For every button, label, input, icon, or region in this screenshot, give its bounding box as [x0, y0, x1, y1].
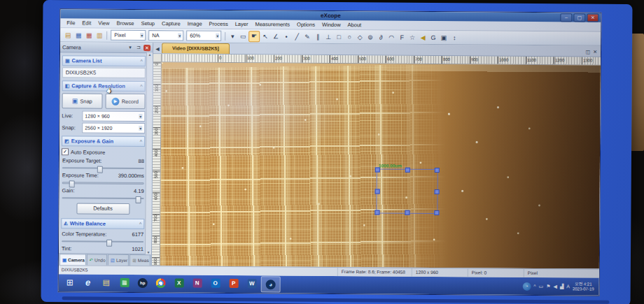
chrome-icon[interactable]: ●: [152, 275, 170, 290]
collapse-icon[interactable]: ^: [141, 59, 143, 64]
scroll-up-icon[interactable]: ▲: [148, 52, 151, 57]
select-rect-icon[interactable]: ▭: [238, 31, 248, 41]
rectangle-icon[interactable]: □: [334, 31, 344, 41]
tray-clock[interactable]: 오전 4:21 2023-07-19: [573, 282, 594, 291]
measurement-rectangle[interactable]: 1000.00um: [376, 168, 438, 214]
word-icon[interactable]: W: [243, 276, 261, 291]
camera-list-item[interactable]: DIXIUSB2K5: [62, 67, 146, 78]
menu-item[interactable]: Window: [318, 22, 344, 28]
handle[interactable]: [405, 168, 410, 173]
handle[interactable]: [375, 167, 380, 172]
maximize-button[interactable]: ▢: [573, 13, 585, 22]
menu-item[interactable]: Process: [206, 21, 232, 27]
text-icon[interactable]: F: [397, 32, 407, 42]
network-icon[interactable]: ▟: [560, 282, 564, 291]
collapse-icon[interactable]: ^: [140, 139, 142, 144]
start-icon[interactable]: ⊞: [61, 275, 79, 289]
pan-hand-icon[interactable]: ☛: [248, 31, 260, 42]
panel-menu-icon[interactable]: ▾: [127, 45, 134, 50]
unit-select[interactable]: Pixel▾: [111, 30, 146, 41]
video-tab[interactable]: Video [DIXIUSB2K5]: [162, 43, 230, 54]
flag-icon[interactable]: ⚑: [546, 282, 550, 291]
scroll-down-icon[interactable]: ▼: [146, 250, 150, 254]
hp-icon[interactable]: hp: [134, 275, 152, 290]
calibrate-icon[interactable]: ▣: [439, 33, 449, 43]
panel-close-icon[interactable]: ✕: [144, 45, 150, 51]
live-resolution-select[interactable]: 1280 × 960▾: [82, 110, 145, 122]
defaults-button[interactable]: Defaults: [76, 203, 130, 215]
section-capture-resolution[interactable]: ◧ Capture & Resolution ^: [62, 80, 146, 92]
exposure-target-slider[interactable]: [62, 167, 144, 169]
menu-item[interactable]: Capture: [158, 20, 184, 27]
curve-icon[interactable]: ∂: [376, 32, 386, 42]
arc-icon[interactable]: ◠: [386, 32, 396, 42]
color-temperature-slider[interactable]: [62, 240, 144, 243]
menu-item[interactable]: Edit: [78, 20, 94, 26]
tray-expand-icon[interactable]: ^: [533, 282, 536, 290]
handle[interactable]: [435, 189, 440, 194]
snap-resolution-select[interactable]: 2560 × 1920▾: [82, 122, 145, 133]
handle[interactable]: [375, 189, 380, 194]
menu-item[interactable]: File: [63, 20, 78, 26]
grid-icon[interactable]: G: [428, 32, 438, 42]
close-button[interactable]: ✕: [587, 13, 598, 22]
handle[interactable]: [405, 210, 410, 215]
snap-button[interactable]: ▣ Snap: [62, 93, 102, 108]
cursor-icon[interactable]: ↖: [260, 31, 270, 41]
slider-thumb[interactable]: [135, 196, 141, 203]
tab-scroll-left-icon[interactable]: ◀: [153, 44, 162, 53]
menu-item[interactable]: Options: [293, 22, 318, 28]
menu-item[interactable]: Image: [184, 20, 206, 27]
announce-icon[interactable]: ◀: [418, 32, 428, 42]
pencil-icon[interactable]: ✎: [302, 31, 312, 41]
powerpoint-icon[interactable]: P: [225, 276, 243, 291]
fit-dropdown-icon[interactable]: ▾: [227, 31, 237, 41]
minimize-button[interactable]: –: [560, 13, 572, 22]
handle[interactable]: [434, 210, 439, 215]
gain-slider[interactable]: [62, 197, 144, 199]
handle[interactable]: [435, 168, 440, 173]
browse-icon[interactable]: ▥: [94, 30, 104, 40]
concentric-circle-icon[interactable]: ⊚: [365, 32, 375, 42]
excope-icon[interactable]: ◕: [261, 276, 281, 292]
volume-icon[interactable]: ◀: [553, 282, 556, 291]
auto-exposure-checkbox[interactable]: ✓: [62, 148, 69, 155]
camera-tab[interactable]: ▣ Camera: [59, 254, 86, 265]
collapse-icon[interactable]: ^: [139, 222, 141, 226]
polygon-icon[interactable]: ◇: [355, 32, 365, 42]
save-as-icon[interactable]: ▦: [84, 30, 94, 40]
outlook-icon[interactable]: O: [206, 276, 225, 291]
section-camera-list[interactable]: ▣ Camera List ^: [62, 55, 146, 66]
onenote-icon[interactable]: N: [188, 276, 206, 291]
open-icon[interactable]: ▤: [63, 30, 73, 40]
pin-icon[interactable]: ⊐: [135, 45, 142, 50]
ellipse-icon[interactable]: ○: [344, 32, 354, 42]
slider-thumb[interactable]: [69, 181, 75, 188]
excel-icon[interactable]: X: [170, 275, 188, 290]
slider-thumb[interactable]: [97, 166, 103, 173]
float-icon[interactable]: ◫: [585, 47, 590, 56]
save-icon[interactable]: ▦: [74, 30, 83, 40]
monitor-icon[interactable]: ▭: [539, 282, 544, 291]
section-white-balance[interactable]: ◭ White Balance ^: [61, 218, 144, 229]
menu-item[interactable]: Setup: [137, 20, 158, 27]
menu-item[interactable]: Measurements: [251, 21, 293, 27]
close-icon[interactable]: ✕: [593, 48, 597, 57]
zoom-select[interactable]: 60%▾: [186, 30, 221, 41]
exposure-time-slider[interactable]: [62, 182, 144, 184]
point-icon[interactable]: •: [281, 31, 291, 41]
ie-icon[interactable]: e: [79, 275, 97, 289]
explorer-icon[interactable]: ▤: [97, 275, 115, 290]
menu-item[interactable]: About: [344, 22, 365, 28]
sidebar-scrollbar[interactable]: ▲ ▼: [145, 52, 153, 254]
line-icon[interactable]: ╱: [292, 31, 302, 41]
agent-icon[interactable]: ◔: [522, 282, 531, 290]
export-icon[interactable]: ↕: [449, 33, 459, 43]
slider-thumb[interactable]: [106, 239, 112, 246]
na-select[interactable]: NA▾: [148, 30, 183, 41]
record-button[interactable]: ▶ Record: [105, 94, 146, 109]
menu-item[interactable]: Browse: [113, 20, 137, 27]
angle-icon[interactable]: ∠: [271, 31, 281, 41]
star-icon[interactable]: ☆: [407, 32, 417, 42]
collapse-icon[interactable]: ^: [140, 84, 142, 89]
